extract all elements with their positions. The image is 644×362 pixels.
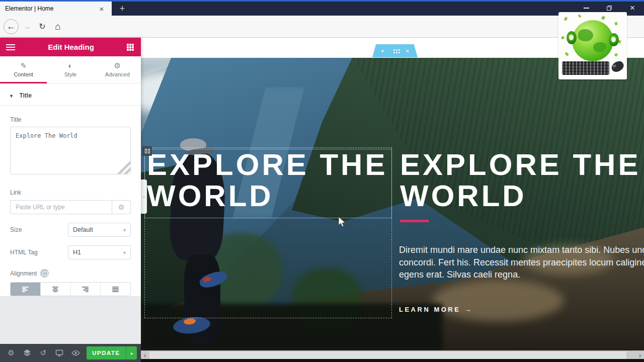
new-tab-button[interactable]: +: [115, 3, 130, 15]
tab-close-icon[interactable]: ×: [97, 5, 107, 13]
responsive-monitor-icon[interactable]: [51, 344, 67, 362]
tab-content[interactable]: ✎ Content: [0, 56, 47, 83]
panel-footer: ⚙ ↺ UPDATE ▴: [0, 344, 141, 362]
title-textarea[interactable]: Explore The World: [10, 127, 131, 174]
size-value: Default: [73, 226, 123, 233]
mouse-cursor: [338, 216, 347, 228]
scroll-right-arrow[interactable]: ›: [636, 351, 644, 359]
align-justify-button[interactable]: [100, 283, 130, 296]
widgets-grid-icon[interactable]: [127, 44, 129, 46]
preview-canvas: + × ‹ EXPLORE THE WORLD EXPLORE THE WORL…: [141, 38, 644, 362]
panel-title: Edit Heading: [15, 43, 127, 51]
tab-title: Elementor | Home: [5, 5, 97, 12]
window-accent-border: [0, 0, 644, 2]
delete-section-icon[interactable]: ×: [406, 48, 410, 54]
size-select[interactable]: Default ▾: [68, 223, 131, 237]
globe-right-circle: [609, 33, 619, 46]
panel-header: Edit Heading: [0, 38, 141, 56]
hero-heading-right[interactable]: EXPLORE THE WORLD: [400, 149, 644, 212]
update-button-label: UPDATE: [87, 346, 126, 359]
browser-titlebar: Elementor | Home × + ×: [0, 0, 644, 16]
hero-heading-left[interactable]: EXPLORE THE WORLD: [147, 149, 398, 212]
divider-widget[interactable]: [400, 220, 429, 222]
contrast-icon: ◐: [68, 62, 72, 69]
settings-gear-icon[interactable]: ⚙: [3, 344, 19, 362]
tab-style[interactable]: ◐ Style: [47, 56, 94, 83]
keyboard-icon: [562, 61, 609, 75]
drag-section-icon[interactable]: [393, 49, 395, 51]
bottom-edge: [141, 359, 644, 362]
history-icon[interactable]: ↺: [35, 344, 51, 362]
scroll-left-arrow[interactable]: ‹: [141, 351, 149, 359]
home-button[interactable]: ⌂: [50, 21, 66, 32]
update-options-caret[interactable]: ▴: [126, 346, 137, 359]
link-gear-icon: ⚙: [118, 203, 125, 211]
align-center-icon: [52, 287, 59, 292]
restore-icon: [607, 6, 612, 11]
link-options-button[interactable]: ⚙: [112, 200, 131, 214]
pencil-icon: ✎: [20, 62, 27, 69]
align-center-button[interactable]: [40, 283, 70, 296]
tab-advanced-label: Advanced: [105, 71, 130, 77]
align-right-icon: [82, 287, 89, 292]
align-justify-icon: [112, 287, 119, 292]
close-icon: ×: [630, 4, 635, 12]
browser-tab[interactable]: Elementor | Home ×: [0, 2, 112, 16]
navigator-layers-icon[interactable]: [19, 344, 35, 362]
elementor-panel: Edit Heading ✎ Content ◐ Style ⚙ Advance…: [0, 38, 141, 362]
active-tab-underline: [0, 82, 47, 83]
tab-style-label: Style: [64, 71, 76, 77]
panel-empty-area: [0, 296, 141, 344]
html-tag-value: H1: [73, 249, 123, 256]
learn-more-link[interactable]: LEARN MORE →: [399, 306, 473, 313]
preview-eye-icon[interactable]: [67, 344, 84, 362]
gear-icon: ⚙: [114, 62, 121, 69]
panel-collapse-toggle[interactable]: ‹: [141, 179, 147, 214]
tab-advanced[interactable]: ⚙ Advanced: [94, 56, 141, 83]
update-button[interactable]: UPDATE ▴: [87, 346, 137, 359]
size-label: Size: [10, 226, 22, 233]
column-settings-handle[interactable]: [142, 146, 152, 156]
align-left-button[interactable]: [11, 283, 40, 296]
tab-content-label: Content: [14, 71, 33, 77]
size-caret-icon: ▾: [123, 227, 126, 233]
channel-logo: [558, 12, 627, 79]
align-right-button[interactable]: [70, 283, 101, 296]
horizontal-scrollbar[interactable]: ‹ ›: [141, 350, 644, 359]
forward-button[interactable]: →: [20, 22, 35, 31]
back-button[interactable]: ←: [4, 19, 19, 34]
globe-left-circle: [567, 31, 577, 44]
section-title-label: Title: [19, 92, 31, 99]
section-settings-handle[interactable]: + ×: [372, 44, 418, 57]
section-caret-icon: ▾: [10, 93, 13, 99]
html-tag-caret-icon: ▾: [123, 250, 126, 255]
reload-button[interactable]: ↻: [35, 22, 50, 31]
learn-more-label: LEARN MORE: [399, 306, 460, 313]
align-left-icon: [22, 287, 29, 292]
hero-paragraph[interactable]: Diremit mundi mare undae nunc mixtam tan…: [399, 244, 644, 281]
add-section-icon[interactable]: +: [380, 48, 384, 54]
learn-more-arrow-icon: →: [464, 306, 473, 313]
alignment-group: [10, 282, 131, 296]
panel-hamburger-icon[interactable]: [6, 44, 15, 45]
rock-highlight: [433, 280, 564, 321]
title-field-label: Title: [10, 116, 131, 123]
browser-toolbar: ← → ↻ ⌂: [0, 16, 644, 38]
alignment-label: Alignment: [10, 270, 37, 277]
link-field-label: Link: [10, 189, 131, 196]
link-input[interactable]: [10, 200, 112, 214]
html-tag-label: HTML Tag: [10, 249, 38, 256]
panel-tabs: ✎ Content ◐ Style ⚙ Advanced: [0, 56, 141, 83]
section-title-toggle[interactable]: ▾ Title: [0, 83, 141, 106]
html-tag-select[interactable]: H1 ▾: [68, 245, 131, 259]
responsive-mode-icon[interactable]: [40, 269, 49, 278]
globe-icon: [572, 20, 613, 61]
scrollbar-thumb[interactable]: [149, 351, 626, 359]
minimize-icon: [584, 8, 589, 9]
mouse-icon: [610, 59, 625, 74]
app-window: Elementor | Home × + × ← → ↻ ⌂ i www.web…: [0, 0, 644, 362]
